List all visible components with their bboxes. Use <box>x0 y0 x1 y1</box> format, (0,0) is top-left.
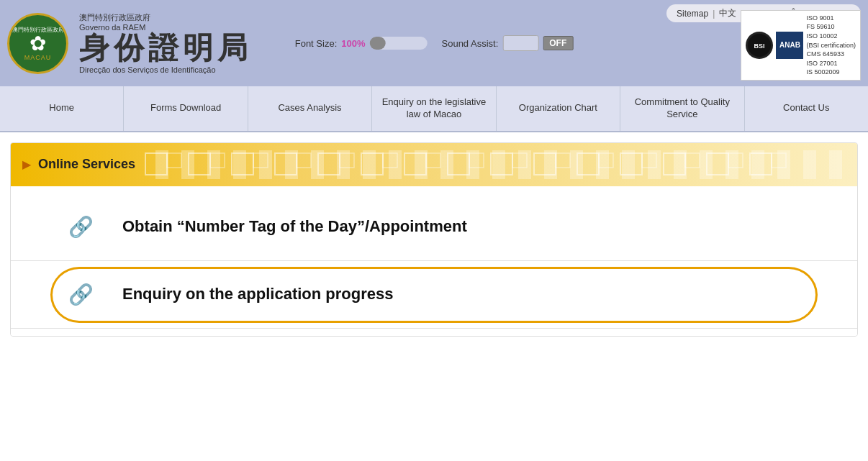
org-name-cn: 身份證明局 <box>79 32 252 65</box>
bsi-logo: BSI <box>746 32 773 59</box>
service-item-number-tag[interactable]: 🔗 Obtain “Number Tag of the Day”/Appoint… <box>11 193 857 261</box>
font-slider-thumb[interactable] <box>370 37 386 50</box>
section-arrow-icon: ▶ <box>22 158 31 171</box>
main-nav: Home Forms Download Cases Analysis Enqui… <box>0 86 868 132</box>
service-item-enquiry-progress[interactable]: 🔗 Enquiry on the application progress <box>11 261 857 329</box>
cert-logos-box: BSI ANAB ISO 9001FS 59610ISO 10002(BSI c… <box>741 10 861 81</box>
controls-area: Font Size: 100% Sound Assist: OFF <box>295 35 574 51</box>
macau-logo: 澳門特別行政區政府 ✿ MACAU <box>7 13 68 74</box>
online-services-title: Online Services <box>38 157 135 172</box>
font-size-label: Font Size: <box>295 38 338 49</box>
nav-forms-download[interactable]: Forms Download <box>124 86 248 131</box>
nav-commitment-quality[interactable]: Commitment to Quality Service <box>620 86 744 131</box>
flower-icon: ✿ <box>30 34 46 54</box>
nav-contact-us[interactable]: Contact Us <box>745 86 868 131</box>
org-name-block: 澳門特別行政區政府 Governo da RAEM 身份證明局 Direcção… <box>79 12 252 73</box>
service-label-number-tag: Obtain “Number Tag of the Day”/Appointme… <box>122 217 467 236</box>
gov-name-cn-small: 澳門特別行政區政府 <box>79 12 252 23</box>
font-size-control: Font Size: 100% <box>295 37 428 50</box>
nav-organization-chart[interactable]: Organization Chart <box>497 86 620 131</box>
chinese-link[interactable]: 中文 <box>719 7 736 19</box>
nav-home[interactable]: Home <box>0 86 124 131</box>
svg-text:BSI: BSI <box>754 42 765 50</box>
sound-off-button[interactable]: OFF <box>543 36 573 50</box>
macau-text: MACAU <box>24 54 52 61</box>
font-size-value: 100% <box>341 38 365 49</box>
anab-logo: ANAB <box>776 32 803 59</box>
cert-standards: ISO 9001FS 59610ISO 10002(BSI certificat… <box>806 14 856 77</box>
link-icon-1: 🔗 <box>68 215 94 239</box>
logo-area: 澳門特別行政區政府 ✿ MACAU 澳門特別行政區政府 Governo da R… <box>7 12 252 73</box>
font-size-slider[interactable] <box>370 37 428 50</box>
nav-enquiry-legislative[interactable]: Enquiry on the legislative law of Macao <box>372 86 496 131</box>
cert-area: BSI ANAB ISO 9001FS 59610ISO 10002(BSI c… <box>741 10 861 81</box>
org-name-pt: Direcção dos Serviços de Identificação <box>79 65 252 74</box>
service-label-enquiry-progress: Enquiry on the application progress <box>122 285 394 303</box>
nav-cases-analysis[interactable]: Cases Analysis <box>248 86 372 131</box>
sitemap-link[interactable]: Sitemap <box>677 9 708 19</box>
sound-assist-label: Sound Assist: <box>442 38 499 49</box>
service-item-wrapper-enquiry: 🔗 Enquiry on the application progress <box>11 261 857 329</box>
online-services-section: ▶ Online Services 🔗 Obtain “Number Tag o… <box>10 142 858 337</box>
svg-rect-4 <box>143 150 790 179</box>
sound-assist-control: Sound Assist: OFF <box>442 35 574 51</box>
online-services-content: 🔗 Obtain “Number Tag of the Day”/Appoint… <box>11 186 857 336</box>
link-icon-2: 🔗 <box>68 283 94 306</box>
header: 澳門特別行政區政府 ✿ MACAU 澳門特別行政區政府 Governo da R… <box>0 0 868 86</box>
sound-input[interactable] <box>502 35 538 51</box>
header-pattern <box>143 150 846 179</box>
online-services-header: ▶ Online Services <box>11 143 857 186</box>
